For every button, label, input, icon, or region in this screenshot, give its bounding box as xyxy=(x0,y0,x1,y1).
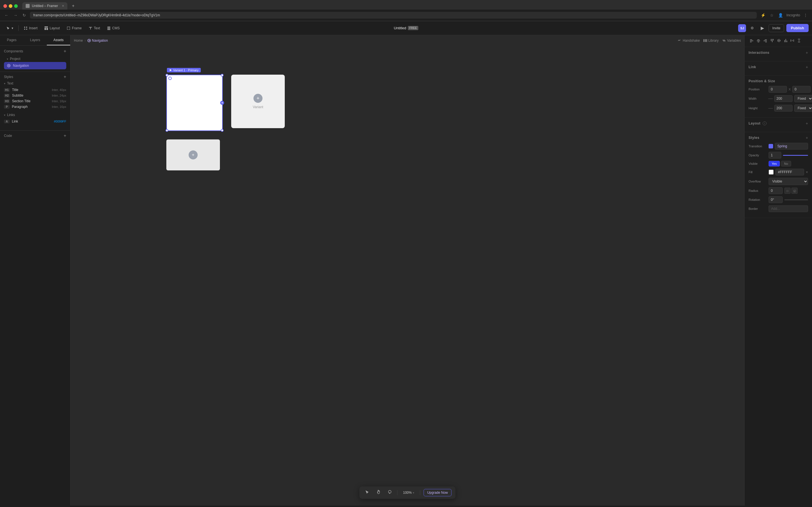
maximize-dot[interactable] xyxy=(14,4,18,8)
tab-pages[interactable]: Pages xyxy=(0,35,23,45)
sidebar-item-navigation[interactable]: Navigation xyxy=(4,62,66,69)
insert-button[interactable]: Insert xyxy=(21,24,40,32)
profile-btn[interactable]: 👤 xyxy=(777,12,784,18)
visible-no-button[interactable]: No xyxy=(781,161,791,166)
browser-tab-bar: Untitled – Framer × + xyxy=(0,0,812,10)
forward-button[interactable]: → xyxy=(12,12,18,18)
back-button[interactable]: ← xyxy=(3,12,10,18)
radius-individual-button[interactable]: ◱ xyxy=(792,187,798,194)
radius-input[interactable] xyxy=(769,187,783,194)
align-bottom-button[interactable] xyxy=(782,38,789,45)
position-y-input[interactable] xyxy=(792,86,811,93)
handle-bl[interactable] xyxy=(165,129,168,132)
handle-tl[interactable] xyxy=(165,74,168,76)
style-row-section-title[interactable]: H3 Section Title Inter, 18px xyxy=(4,98,66,104)
invite-button[interactable]: Invite xyxy=(769,24,784,32)
settings-button[interactable]: ⚙ xyxy=(748,25,756,31)
tab-layers[interactable]: Layers xyxy=(23,35,47,45)
fill-color-preview[interactable] xyxy=(769,170,774,175)
browser-tab[interactable]: Untitled – Framer × xyxy=(22,2,67,10)
text-chevron-icon: ▾ xyxy=(4,82,5,85)
zoom-control[interactable]: 100% ▾ xyxy=(401,490,416,496)
new-tab-button[interactable]: + xyxy=(70,2,77,10)
fill-value[interactable]: #FFFFFF xyxy=(775,169,804,175)
add-variant-button[interactable]: + xyxy=(253,94,262,103)
add-style-right-button[interactable]: + xyxy=(806,135,808,140)
bookmark-btn[interactable]: ☆ xyxy=(769,12,775,18)
breadcrumb-home[interactable]: Home xyxy=(74,39,83,43)
tab-close-icon[interactable]: × xyxy=(62,4,64,8)
transition-value[interactable]: Spring xyxy=(775,143,808,150)
menu-btn[interactable]: ⋮ xyxy=(802,12,809,18)
sidebar-right: Interactions + Link + Position & Size Po… xyxy=(744,35,812,506)
style-row-title[interactable]: H1 Title Inter, 40px xyxy=(4,87,66,93)
width-mode-select[interactable]: Fixed Fill Hug xyxy=(794,95,812,102)
opacity-input[interactable] xyxy=(769,152,781,159)
width-input[interactable] xyxy=(774,95,793,102)
publish-button[interactable]: Publish xyxy=(786,24,809,32)
handle-tr[interactable] xyxy=(221,74,223,76)
variables-button[interactable]: Variables xyxy=(722,39,741,43)
user-avatar[interactable]: SJ xyxy=(738,24,746,32)
remove-fill-button[interactable]: × xyxy=(806,170,808,174)
component-frame[interactable]: Variant 1 · Primary xyxy=(166,75,223,131)
reload-button[interactable]: ↻ xyxy=(21,12,27,18)
add-code-button[interactable]: + xyxy=(64,133,66,138)
distribute-v-button[interactable] xyxy=(796,38,802,45)
select-tool[interactable] xyxy=(363,489,371,497)
style-row-link[interactable]: A Link #0099FF xyxy=(4,119,66,124)
border-add[interactable]: Add... xyxy=(769,205,808,212)
links-group-header[interactable]: ▾ Links xyxy=(4,113,66,117)
close-dot[interactable] xyxy=(3,4,7,8)
add-layout-button[interactable]: + xyxy=(806,121,808,126)
handshake-button[interactable]: Handshake xyxy=(677,39,700,43)
style-row-paragraph[interactable]: P Paragraph Inter, 16px xyxy=(4,104,66,110)
align-center-h-button[interactable] xyxy=(755,38,762,45)
minimize-dot[interactable] xyxy=(9,4,12,8)
canvas[interactable]: Home › Navigation Handshake xyxy=(70,35,744,506)
style-row-subtitle[interactable]: H2 Subtitle Inter, 24px xyxy=(4,93,66,98)
radius-all-button[interactable]: □ xyxy=(784,187,791,194)
interactions-title: Interactions xyxy=(749,51,769,55)
subtitle-style-name: Subtitle xyxy=(12,94,50,98)
selector-tool[interactable]: ▾ xyxy=(3,24,16,32)
add-component-button[interactable]: + xyxy=(64,49,66,54)
add-interaction-button[interactable]: + xyxy=(806,50,808,55)
height-input[interactable] xyxy=(774,105,793,112)
handle-br[interactable] xyxy=(221,129,223,132)
rotation-slider[interactable] xyxy=(784,200,808,200)
layout-button[interactable]: Layout xyxy=(42,24,63,32)
add-link-button[interactable]: + xyxy=(806,65,808,69)
project-row[interactable]: ▾ Project xyxy=(4,56,66,62)
handle-mid-right[interactable] xyxy=(220,101,224,105)
url-input[interactable] xyxy=(30,12,757,18)
cms-button[interactable]: CMS xyxy=(104,24,123,32)
rotation-input[interactable] xyxy=(769,196,783,203)
position-x-input[interactable] xyxy=(769,86,787,93)
text-group-header[interactable]: ▾ Text xyxy=(4,81,66,86)
align-top-button[interactable] xyxy=(769,38,775,45)
component-icon xyxy=(7,64,11,68)
align-right-button[interactable] xyxy=(762,38,768,45)
overflow-select[interactable]: Visible Hidden Scroll xyxy=(769,178,808,185)
upgrade-button[interactable]: Upgrade Now xyxy=(423,489,451,496)
align-center-v-button[interactable] xyxy=(776,38,782,45)
tab-title: Untitled – Framer xyxy=(32,4,58,8)
preview-button[interactable]: ▶ xyxy=(758,24,766,32)
tab-assets[interactable]: Assets xyxy=(47,35,70,45)
visible-yes-button[interactable]: Yes xyxy=(769,161,780,166)
opacity-slider[interactable] xyxy=(783,155,808,156)
align-left-button[interactable] xyxy=(749,38,755,45)
height-mode-select[interactable]: Fixed Fill Hug xyxy=(794,105,812,112)
text-tool-button[interactable]: Text xyxy=(86,24,103,32)
distribute-h-button[interactable] xyxy=(789,38,795,45)
hand-tool[interactable] xyxy=(374,489,382,497)
comment-tool[interactable] xyxy=(386,489,394,497)
extension-btn[interactable]: ⚡ xyxy=(760,12,767,18)
frame-button[interactable]: Frame xyxy=(64,24,85,32)
library-button[interactable]: Library xyxy=(703,39,719,43)
add-style-button[interactable]: + xyxy=(64,75,66,79)
layout-info-icon: i xyxy=(763,121,767,125)
variant-card[interactable]: + Variant xyxy=(231,75,285,128)
rotation-handle[interactable] xyxy=(168,76,172,80)
